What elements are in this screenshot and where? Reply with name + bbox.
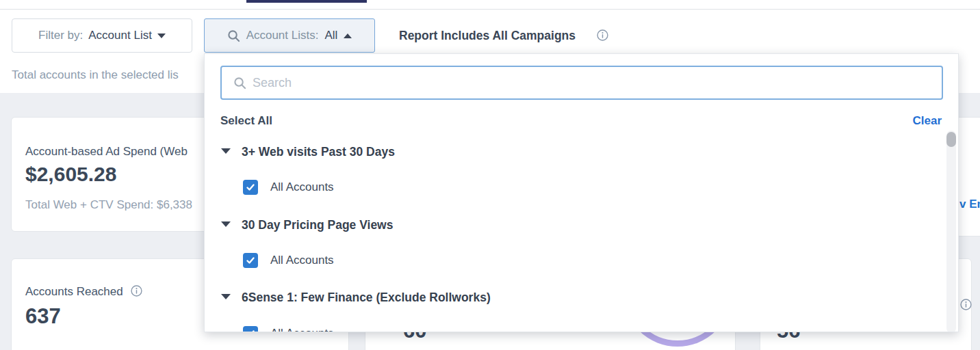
ad-spend-title: Account-based Ad Spend (Web — [25, 145, 188, 159]
collapse-caret-icon[interactable] — [221, 148, 231, 154]
info-icon[interactable] — [597, 29, 608, 42]
page: Filter by: Account List Account Lists: A… — [0, 0, 980, 350]
info-icon[interactable] — [960, 299, 972, 312]
collapse-caret-icon[interactable] — [221, 221, 231, 227]
chevron-down-icon — [157, 33, 166, 38]
checkbox-checked[interactable] — [243, 180, 258, 195]
collapse-caret-icon[interactable] — [221, 294, 231, 299]
accounts-reached-value: 637 — [25, 304, 61, 329]
checkbox-checked[interactable] — [243, 253, 258, 268]
dropdown-scrollbar-track[interactable] — [946, 131, 956, 332]
filter-by-dropdown-button[interactable]: Filter by: Account List — [12, 18, 192, 53]
accounts-reached-title-text: Accounts Reached — [25, 285, 123, 298]
list-option-row[interactable]: All Accounts — [243, 253, 334, 268]
select-all-link[interactable]: Select All — [220, 114, 272, 128]
account-lists-label: Account Lists: — [246, 29, 319, 42]
filter-by-value: Account List — [88, 29, 152, 42]
account-lists-dropdown-panel: Select All Clear 3+ Web visits Past 30 D… — [204, 53, 959, 332]
clear-link[interactable]: Clear — [912, 114, 942, 128]
ad-spend-value: $2,605.28 — [25, 163, 116, 186]
list-group-title: 6Sense 1: Few Finance (Exclude Rollworks… — [242, 291, 491, 305]
option-label: All Accounts — [270, 327, 334, 332]
account-lists-dropdown-button[interactable]: Account Lists: All — [204, 18, 375, 53]
account-lists-value: All — [324, 29, 337, 42]
header-divider — [0, 9, 980, 10]
chevron-up-icon — [344, 33, 352, 38]
filter-by-label: Filter by: — [38, 29, 83, 42]
option-label: All Accounts — [270, 180, 334, 194]
option-label: All Accounts — [270, 254, 334, 267]
search-icon — [233, 77, 246, 90]
checkbox-checked[interactable] — [243, 326, 258, 332]
view-engagement-link-fragment[interactable]: v En — [959, 198, 980, 211]
dropdown-search-box[interactable] — [220, 66, 943, 100]
active-tab-indicator — [246, 0, 367, 3]
list-option-row[interactable]: All Accounts — [243, 180, 334, 195]
list-option-row[interactable]: All Accounts — [243, 326, 334, 332]
info-icon[interactable] — [131, 285, 142, 298]
accounts-reached-title: Accounts Reached — [25, 285, 142, 299]
dropdown-scrollbar-thumb[interactable] — [946, 132, 956, 147]
list-group-title: 30 Day Pricing Page Views — [242, 218, 393, 232]
report-includes-note: Report Includes All Campaigns — [399, 29, 576, 43]
ad-spend-subtitle: Total Web + CTV Spend: $6,338 — [25, 198, 192, 212]
list-group-title: 3+ Web visits Past 30 Days — [242, 145, 395, 159]
search-input[interactable] — [253, 76, 868, 90]
total-accounts-note: Total accounts in the selected lis — [12, 68, 179, 82]
search-icon — [227, 29, 240, 42]
